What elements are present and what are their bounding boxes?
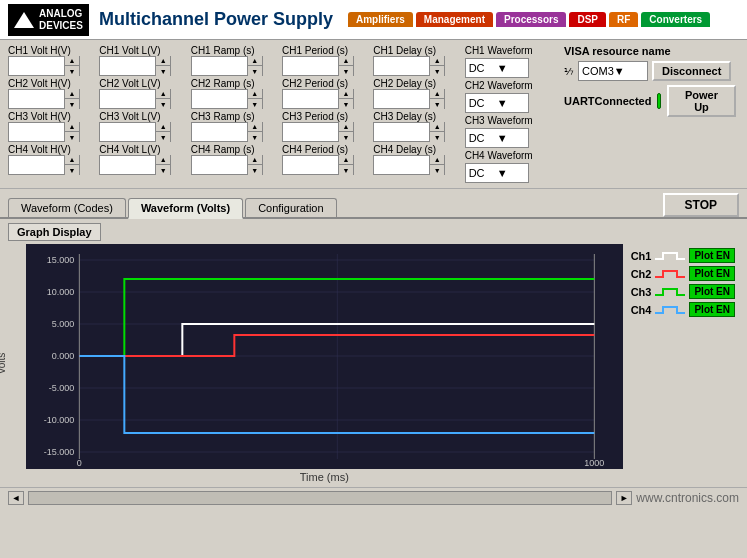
ch4-volt-h-down[interactable]: ▼ — [65, 165, 79, 175]
ch2-waveform-dropdown[interactable]: DC ▼ — [465, 93, 529, 113]
ch3-volt-h-up[interactable]: ▲ — [65, 122, 79, 132]
ch4-delay-input[interactable]: 0.100 ▲▼ — [373, 155, 445, 175]
tab-waveform-volts[interactable]: Waveform (Volts) — [128, 198, 243, 219]
ch4-period-up[interactable]: ▲ — [339, 155, 353, 165]
ch4-volt-l-down[interactable]: ▼ — [156, 165, 170, 175]
ch2-plot-en-button[interactable]: Plot EN — [689, 266, 735, 281]
ch1-delay-down[interactable]: ▼ — [430, 66, 444, 76]
ch1-ramp-field[interactable]: 0.000 — [192, 57, 247, 75]
ch1-plot-en-button[interactable]: Plot EN — [689, 248, 735, 263]
ch2-volt-h-down[interactable]: ▼ — [65, 99, 79, 109]
ch3-volt-l-up[interactable]: ▲ — [156, 122, 170, 132]
ch4-volt-h-field[interactable]: -12.000 — [9, 156, 64, 174]
ch1-volt-h-up[interactable]: ▲ — [65, 56, 79, 66]
ch1-ramp-up[interactable]: ▲ — [248, 56, 262, 66]
powerup-button[interactable]: Power Up — [667, 85, 736, 117]
ch2-ramp-down[interactable]: ▼ — [248, 99, 262, 109]
ch1-volt-h-down[interactable]: ▼ — [65, 66, 79, 76]
ch3-ramp-input[interactable]: 0.000 ▲▼ — [191, 122, 263, 142]
ch4-delay-field[interactable]: 0.100 — [374, 156, 429, 174]
ch2-volt-l-field[interactable]: 0.000 — [100, 90, 155, 108]
ch2-period-input[interactable]: 0.0000 ▲▼ — [282, 89, 354, 109]
ch4-waveform-dropdown[interactable]: DC ▼ — [465, 163, 529, 183]
ch4-ramp-input[interactable]: 0.000 ▲▼ — [191, 155, 263, 175]
ch2-volt-l-down[interactable]: ▼ — [156, 99, 170, 109]
ch1-ramp-input[interactable]: 0.000 ▲▼ — [191, 56, 263, 76]
ch4-volt-l-input[interactable]: 0.000 ▲▼ — [99, 155, 171, 175]
ch4-ramp-field[interactable]: 0.000 — [192, 156, 247, 174]
ch3-period-input[interactable]: 0.0000 ▲▼ — [282, 122, 354, 142]
ch2-volt-h-up[interactable]: ▲ — [65, 89, 79, 99]
ch2-delay-field[interactable]: 0.300 — [374, 90, 429, 108]
ch2-volt-l-up[interactable]: ▲ — [156, 89, 170, 99]
ch1-delay-up[interactable]: ▲ — [430, 56, 444, 66]
ch2-ramp-input[interactable]: 0.000 ▲▼ — [191, 89, 263, 109]
ch2-delay-up[interactable]: ▲ — [430, 89, 444, 99]
ch1-delay-input[interactable]: 0.200 ▲▼ — [373, 56, 445, 76]
ch4-period-field[interactable]: 0.0000 — [283, 156, 338, 174]
nav-tab-amplifiers[interactable]: Amplifiers — [348, 12, 413, 27]
scroll-right-button[interactable]: ► — [616, 491, 632, 505]
ch3-period-field[interactable]: 0.0000 — [283, 123, 338, 141]
ch3-volt-l-down[interactable]: ▼ — [156, 132, 170, 142]
ch3-ramp-field[interactable]: 0.000 — [192, 123, 247, 141]
ch4-period-input[interactable]: 0.0000 ▲▼ — [282, 155, 354, 175]
ch4-ramp-down[interactable]: ▼ — [248, 165, 262, 175]
ch3-volt-h-field[interactable]: 12.000 — [9, 123, 64, 141]
com-port-dropdown[interactable]: COM3 ▼ — [578, 61, 648, 81]
ch2-period-field[interactable]: 0.0000 — [283, 90, 338, 108]
nav-tab-rf[interactable]: RF — [609, 12, 638, 27]
nav-tab-dsp[interactable]: DSP — [569, 12, 606, 27]
ch1-volt-l-down[interactable]: ▼ — [156, 66, 170, 76]
ch1-period-up[interactable]: ▲ — [339, 56, 353, 66]
nav-tab-converters[interactable]: Converters — [641, 12, 710, 27]
ch1-period-field[interactable]: 0.0000 — [283, 57, 338, 75]
ch4-ramp-up[interactable]: ▲ — [248, 155, 262, 165]
scroll-left-button[interactable]: ◄ — [8, 491, 24, 505]
nav-tab-processors[interactable]: Processors — [496, 12, 566, 27]
ch4-period-down[interactable]: ▼ — [339, 165, 353, 175]
disconnect-button[interactable]: Disconnect — [652, 61, 731, 81]
ch3-volt-l-field[interactable]: 0.000 — [100, 123, 155, 141]
ch3-period-down[interactable]: ▼ — [339, 132, 353, 142]
ch4-plot-en-button[interactable]: Plot EN — [689, 302, 735, 317]
ch1-period-input[interactable]: 0.0000 ▲▼ — [282, 56, 354, 76]
ch2-period-up[interactable]: ▲ — [339, 89, 353, 99]
ch3-ramp-up[interactable]: ▲ — [248, 122, 262, 132]
ch4-volt-h-input[interactable]: -12.000 ▲▼ — [8, 155, 80, 175]
ch3-volt-h-input[interactable]: 12.000 ▲▼ — [8, 122, 80, 142]
ch3-waveform-dropdown[interactable]: DC ▼ — [465, 128, 529, 148]
ch2-delay-down[interactable]: ▼ — [430, 99, 444, 109]
tab-configuration[interactable]: Configuration — [245, 198, 336, 217]
ch1-delay-field[interactable]: 0.200 — [374, 57, 429, 75]
ch1-volt-h-input[interactable]: 5.000 ▲▼ — [8, 56, 80, 76]
ch3-delay-down[interactable]: ▼ — [430, 132, 444, 142]
ch3-delay-up[interactable]: ▲ — [430, 122, 444, 132]
ch4-volt-l-up[interactable]: ▲ — [156, 155, 170, 165]
scroll-track[interactable] — [28, 491, 612, 505]
ch1-volt-l-up[interactable]: ▲ — [156, 56, 170, 66]
ch4-delay-down[interactable]: ▼ — [430, 165, 444, 175]
stop-button[interactable]: STOP — [663, 193, 739, 217]
ch3-volt-h-down[interactable]: ▼ — [65, 132, 79, 142]
ch1-volt-h-field[interactable]: 5.000 — [9, 57, 64, 75]
ch3-ramp-down[interactable]: ▼ — [248, 132, 262, 142]
ch1-ramp-down[interactable]: ▼ — [248, 66, 262, 76]
ch2-ramp-field[interactable]: 0.000 — [192, 90, 247, 108]
ch4-delay-up[interactable]: ▲ — [430, 155, 444, 165]
ch2-volt-h-input[interactable]: 3.300 ▲▼ — [8, 89, 80, 109]
ch1-waveform-dropdown[interactable]: DC ▼ — [465, 58, 529, 78]
ch1-volt-l-input[interactable]: 0.000 ▲▼ — [99, 56, 171, 76]
nav-tab-management[interactable]: Management — [416, 12, 493, 27]
tab-waveform-codes[interactable]: Waveform (Codes) — [8, 198, 126, 217]
ch1-period-down[interactable]: ▼ — [339, 66, 353, 76]
ch2-ramp-up[interactable]: ▲ — [248, 89, 262, 99]
ch3-delay-field[interactable]: 0.100 — [374, 123, 429, 141]
ch4-volt-l-field[interactable]: 0.000 — [100, 156, 155, 174]
ch2-period-down[interactable]: ▼ — [339, 99, 353, 109]
ch3-volt-l-input[interactable]: 0.000 ▲▼ — [99, 122, 171, 142]
ch2-delay-input[interactable]: 0.300 ▲▼ — [373, 89, 445, 109]
ch1-volt-l-field[interactable]: 0.000 — [100, 57, 155, 75]
ch3-delay-input[interactable]: 0.100 ▲▼ — [373, 122, 445, 142]
ch2-volt-h-field[interactable]: 3.300 — [9, 90, 64, 108]
